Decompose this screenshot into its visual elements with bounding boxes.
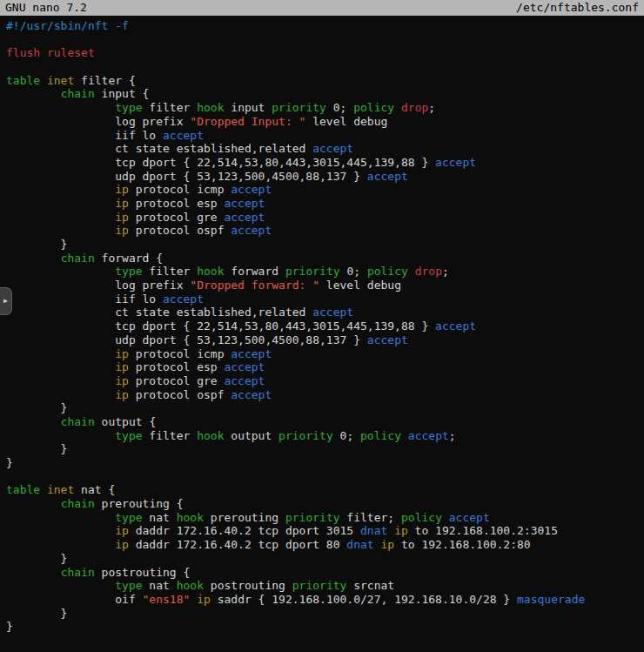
- code-segment: [6, 197, 115, 210]
- code-line[interactable]: iif lo accept: [6, 292, 644, 306]
- code-segment: accept: [231, 183, 272, 196]
- code-segment: log prefix: [6, 115, 190, 128]
- code-segment: drop: [415, 265, 442, 278]
- code-segment: udp dport { 53,123,500,4500,88,137 }: [6, 333, 367, 346]
- code-segment: to 192.168.100.2:80: [394, 538, 531, 551]
- code-segment: accept: [224, 197, 265, 210]
- code-line[interactable]: ip protocol gre accept: [6, 374, 644, 388]
- code-segment: [6, 579, 115, 592]
- code-line[interactable]: ip daddr 172.16.40.2 tcp dport 3015 dnat…: [6, 524, 644, 538]
- code-segment: ip: [380, 538, 394, 551]
- code-line[interactable]: }: [6, 238, 644, 252]
- code-segment: [6, 429, 115, 442]
- code-line[interactable]: type nat hook postrouting priority srcna…: [6, 579, 644, 593]
- panel-toggle-handle[interactable]: ▶: [0, 287, 12, 315]
- code-line[interactable]: chain output {: [6, 415, 644, 429]
- code-segment: accept: [408, 429, 449, 442]
- code-segment: }: [6, 552, 67, 565]
- code-line[interactable]: udp dport { 53,123,500,4500,88,137 } acc…: [6, 170, 644, 184]
- code-line[interactable]: }: [6, 442, 644, 456]
- code-line[interactable]: ct state established,related accept: [6, 142, 644, 156]
- code-line[interactable]: type filter hook input priority 0; polic…: [6, 101, 644, 115]
- code-segment: nat: [143, 511, 177, 524]
- code-line[interactable]: table inet nat {: [6, 483, 644, 497]
- code-line[interactable]: ip protocol ospf accept: [6, 224, 644, 238]
- code-segment: hook: [197, 101, 224, 114]
- code-line[interactable]: #!/usr/sbin/nft -f: [6, 19, 644, 33]
- code-line[interactable]: [6, 470, 644, 484]
- code-line[interactable]: type filter hook forward priority 0; pol…: [6, 265, 644, 279]
- code-segment: forward: [224, 265, 285, 278]
- code-line[interactable]: chain forward {: [6, 252, 644, 266]
- code-line[interactable]: type filter hook output priority 0; poli…: [6, 429, 644, 443]
- code-segment: ip: [115, 183, 129, 196]
- code-line[interactable]: type nat hook prerouting priority filter…: [6, 511, 644, 525]
- code-line[interactable]: ip protocol icmp accept: [6, 347, 644, 361]
- code-line[interactable]: ct state established,related accept: [6, 306, 644, 319]
- code-segment: nat: [143, 579, 177, 592]
- code-line[interactable]: chain prerouting {: [6, 497, 644, 511]
- code-segment: }: [6, 620, 13, 633]
- editor-area[interactable]: #!/usr/sbin/nft -fflush rulesettable ine…: [0, 16, 644, 634]
- code-line[interactable]: iif lo accept: [6, 129, 644, 143]
- code-segment: inet: [47, 483, 74, 496]
- code-segment: accept: [224, 374, 265, 387]
- code-line[interactable]: [6, 60, 644, 74]
- code-segment: [6, 374, 115, 387]
- code-line[interactable]: chain postrouting {: [6, 566, 644, 580]
- code-segment: [6, 388, 115, 401]
- code-line[interactable]: }: [6, 552, 644, 566]
- code-line[interactable]: ip protocol gre accept: [6, 211, 644, 225]
- code-segment: }: [6, 456, 13, 469]
- code-segment: masquerade: [517, 593, 585, 606]
- code-segment: flush ruleset: [6, 46, 95, 59]
- code-line[interactable]: flush ruleset: [6, 46, 644, 60]
- code-line[interactable]: }: [6, 620, 644, 634]
- code-line[interactable]: ip protocol icmp accept: [6, 183, 644, 197]
- file-path: /etc/nftables.conf: [516, 0, 639, 16]
- code-segment: [6, 497, 61, 510]
- code-line[interactable]: tcp dport { 22,514,53,80,443,3015,445,13…: [6, 156, 644, 170]
- code-line[interactable]: ip protocol ospf accept: [6, 388, 644, 402]
- code-segment: prerouting {: [95, 497, 184, 510]
- nano-version: GNU nano 7.2: [5, 0, 87, 16]
- code-segment: iif lo: [6, 292, 163, 306]
- code-segment: protocol ospf: [129, 224, 231, 237]
- code-segment: dnat: [346, 538, 373, 551]
- code-line[interactable]: oif "ens18" ip saddr { 192.168.100.0/27,…: [6, 593, 644, 607]
- code-segment: filter: [143, 101, 198, 114]
- code-segment: "Dropped Input: ": [190, 115, 305, 128]
- code-segment: "ens18": [143, 593, 191, 606]
- code-segment: }: [6, 607, 67, 620]
- code-line[interactable]: }: [6, 607, 644, 621]
- code-line[interactable]: tcp dport { 22,514,53,80,443,3015,445,13…: [6, 319, 644, 333]
- terminal-window: GNU nano 7.2 /etc/nftables.conf #!/usr/s…: [0, 0, 644, 634]
- code-segment: ip: [115, 211, 129, 224]
- code-segment: output: [224, 429, 278, 442]
- code-segment: [6, 224, 115, 237]
- code-segment: ip: [115, 360, 129, 373]
- code-segment: ip: [115, 524, 129, 537]
- code-segment: protocol esp: [129, 360, 225, 373]
- code-segment: ct state established,related: [6, 142, 312, 155]
- code-line[interactable]: }: [6, 456, 644, 470]
- code-segment: forward {: [95, 252, 163, 265]
- code-line[interactable]: log prefix "Dropped Input: " level debug: [6, 115, 644, 129]
- code-segment: table: [6, 483, 40, 496]
- nano-titlebar: GNU nano 7.2 /etc/nftables.conf: [0, 0, 644, 16]
- code-segment: ;: [442, 265, 449, 278]
- code-line[interactable]: table inet filter {: [6, 74, 644, 88]
- code-line[interactable]: chain input {: [6, 87, 644, 101]
- code-line[interactable]: udp dport { 53,123,500,4500,88,137 } acc…: [6, 333, 644, 347]
- code-line[interactable]: ip protocol esp accept: [6, 360, 644, 374]
- code-segment: [442, 511, 449, 524]
- code-line[interactable]: [6, 33, 644, 47]
- code-segment: type: [115, 265, 142, 278]
- code-line[interactable]: ip protocol esp accept: [6, 197, 644, 211]
- code-segment: type: [115, 429, 142, 442]
- code-line[interactable]: log prefix "Dropped forward: " level deb…: [6, 279, 644, 292]
- code-line[interactable]: }: [6, 401, 644, 415]
- code-segment: ip: [115, 197, 129, 210]
- code-segment: ip: [394, 524, 408, 537]
- code-line[interactable]: ip daddr 172.16.40.2 tcp dport 80 dnat i…: [6, 538, 644, 552]
